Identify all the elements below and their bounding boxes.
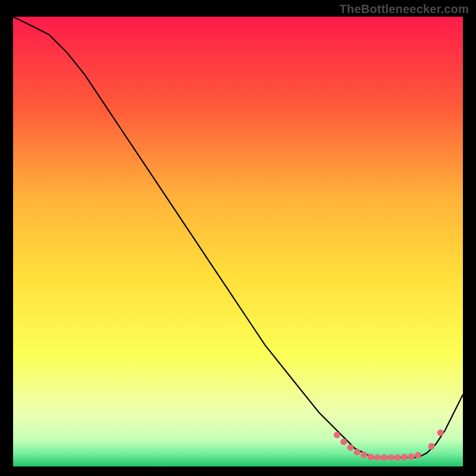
valley-marker: [374, 454, 381, 461]
valley-marker: [415, 452, 421, 459]
valley-marker: [368, 454, 374, 461]
valley-marker: [381, 454, 387, 461]
valley-marker: [361, 452, 367, 458]
valley-marker: [388, 454, 394, 461]
chart-frame: TheBottleneecker.com: [0, 0, 476, 476]
valley-marker: [334, 432, 340, 439]
valley-marker: [340, 439, 347, 445]
gradient-background: [13, 17, 463, 466]
valley-marker: [401, 454, 408, 461]
valley-marker: [394, 454, 401, 461]
chart-svg: [13, 17, 463, 466]
valley-marker: [408, 453, 415, 460]
valley-marker: [428, 443, 435, 450]
plot-area: [13, 17, 463, 466]
valley-marker: [354, 449, 361, 455]
watermark-text: TheBottleneecker.com: [340, 2, 469, 16]
valley-marker: [347, 444, 354, 451]
valley-marker: [437, 430, 444, 436]
